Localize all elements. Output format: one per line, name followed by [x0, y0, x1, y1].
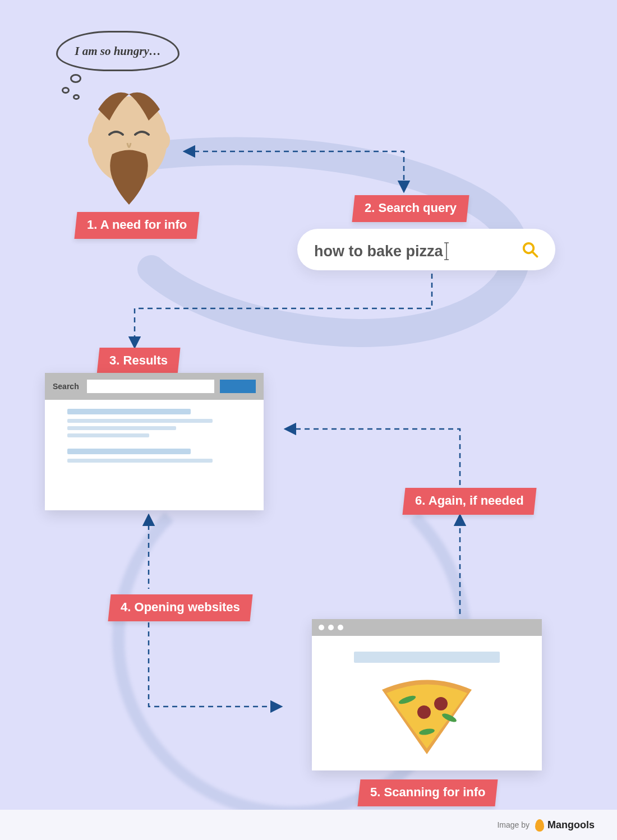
search-icon: [522, 241, 538, 258]
brand-name: Mangools: [547, 819, 595, 831]
thought-bubble: I am so hungry…: [56, 31, 179, 71]
step-2-label: 2. Search query: [352, 195, 469, 222]
mangools-icon: [535, 819, 544, 832]
svg-point-1: [88, 131, 99, 149]
step-1-label: 1. A need for info: [74, 212, 199, 239]
serp-search-label: Search: [53, 382, 79, 391]
step-2-text: 2. Search query: [365, 201, 457, 215]
text-cursor-icon: [443, 243, 444, 260]
pizza-icon: [371, 673, 483, 757]
serp-result-item: [67, 409, 249, 437]
window-control-dot: [328, 625, 334, 630]
step-3-text: 3. Results: [109, 353, 168, 368]
step-6-label: 6. Again, if needed: [402, 488, 536, 515]
serp-search-button: [220, 380, 256, 393]
website-window: [312, 619, 542, 770]
window-control-dot: [338, 625, 343, 630]
thought-text: I am so hungry…: [75, 44, 160, 58]
search-bar: how to bake pizza: [297, 229, 555, 270]
thought-bubble-tail: [62, 87, 70, 94]
svg-point-6: [434, 697, 448, 710]
mangools-logo: Mangools: [535, 819, 595, 831]
credit-label: Image by: [497, 820, 529, 829]
serp-result-item: [67, 449, 249, 463]
step-5-label: 5. Scanning for info: [357, 779, 498, 806]
window-control-dot: [319, 625, 324, 630]
browser-titlebar: [312, 619, 542, 636]
step-3-label: 3. Results: [96, 348, 180, 375]
serp-toolbar: Search: [45, 373, 264, 400]
serp-search-field: [87, 380, 214, 393]
search-query: how to bake pizza: [314, 239, 522, 260]
step-4-label: 4. Opening websites: [108, 594, 252, 621]
step-1-text: 1. A need for info: [87, 218, 187, 232]
search-results-window: Search: [45, 373, 264, 510]
thought-bubble-tail: [70, 74, 81, 83]
step-5-text: 5. Scanning for info: [370, 785, 485, 800]
person-illustration: [81, 90, 177, 207]
svg-line-4: [532, 252, 537, 257]
step-4-text: 4. Opening websites: [121, 600, 240, 615]
svg-point-2: [159, 131, 170, 149]
image-credit-footer: Image by Mangools: [0, 810, 617, 840]
page-heading-placeholder: [354, 652, 500, 663]
thought-bubble-tail: [73, 94, 80, 100]
svg-point-5: [417, 705, 431, 719]
search-query-text: how to bake pizza: [314, 243, 443, 260]
step-6-text: 6. Again, if needed: [415, 493, 524, 508]
